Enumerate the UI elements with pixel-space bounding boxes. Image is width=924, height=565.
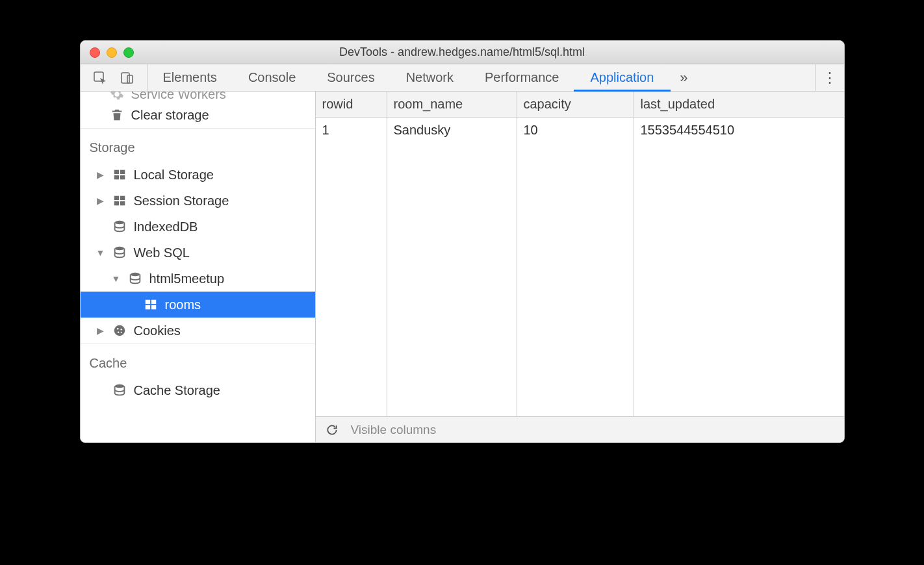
window-controls — [81, 47, 134, 58]
grid-icon — [143, 297, 159, 312]
svg-rect-1 — [122, 73, 129, 83]
svg-point-12 — [114, 247, 124, 251]
svg-rect-4 — [120, 170, 124, 174]
svg-point-20 — [120, 329, 122, 331]
sidebar-item-label: Cache Storage — [134, 383, 220, 398]
device-toolbar-icon[interactable] — [120, 70, 135, 86]
svg-point-23 — [114, 384, 124, 388]
gear-icon — [109, 92, 125, 102]
svg-rect-15 — [151, 300, 155, 304]
sidebar-item-label: Service Workers — [131, 92, 226, 102]
tab-application[interactable]: Application — [575, 64, 670, 91]
refresh-icon — [326, 423, 339, 436]
svg-point-19 — [116, 328, 118, 330]
settings-menu-button[interactable]: ⋮ — [815, 64, 844, 91]
db-icon — [112, 219, 127, 234]
close-window-button[interactable] — [90, 47, 100, 58]
cell-last-updated: 1553544554510 — [634, 118, 844, 143]
application-sidebar: Service Workers Clear storage Storage ▶ … — [81, 92, 316, 442]
devtools-tabs: Elements Console Sources Network Perform… — [81, 64, 844, 92]
column-header-capacity[interactable]: capacity — [517, 92, 634, 118]
sidebar-item-label: Cookies — [134, 323, 181, 338]
titlebar: DevTools - andrew.hedges.name/html5/sql.… — [81, 41, 844, 64]
minimize-window-button[interactable] — [107, 47, 117, 58]
sidebar-item-label: rooms — [165, 297, 201, 312]
chevron-right-icon: ▶ — [96, 325, 105, 336]
svg-rect-16 — [145, 305, 149, 309]
tab-sources[interactable]: Sources — [311, 64, 390, 91]
sidebar-item-web-sql[interactable]: ▼ Web SQL — [81, 240, 315, 266]
cell-room-name: Sandusky — [387, 118, 517, 143]
sidebar-item-label: html5meetup — [149, 271, 225, 286]
section-header-cache: Cache — [81, 344, 315, 377]
sidebar-item-label: IndexedDB — [134, 220, 198, 234]
chevron-down-icon: ▼ — [112, 273, 121, 284]
svg-point-18 — [114, 325, 125, 336]
svg-rect-9 — [114, 201, 118, 205]
sidebar-item-label: Session Storage — [134, 194, 229, 208]
tab-network[interactable]: Network — [391, 64, 469, 91]
svg-point-11 — [114, 221, 124, 225]
toolbar-left — [81, 64, 148, 91]
svg-rect-6 — [120, 175, 124, 179]
db-icon — [112, 245, 127, 260]
svg-point-22 — [120, 332, 122, 333]
sidebar-item-label: Local Storage — [134, 168, 214, 182]
sidebar-item-indexeddb[interactable]: IndexedDB — [81, 214, 315, 240]
svg-rect-17 — [151, 305, 155, 309]
db-icon — [127, 271, 143, 286]
sidebar-tree: Service Workers Clear storage Storage ▶ … — [81, 92, 315, 403]
devtools-body: Service Workers Clear storage Storage ▶ … — [81, 92, 844, 442]
sidebar-item-table-rooms[interactable]: rooms — [81, 292, 315, 318]
section-header-storage: Storage — [81, 128, 315, 162]
more-tabs-button[interactable]: » — [669, 64, 698, 91]
trash-icon — [109, 107, 125, 123]
visible-columns-input[interactable] — [348, 417, 844, 442]
sidebar-item-session-storage[interactable]: ▶ Session Storage — [81, 188, 315, 214]
maximize-window-button[interactable] — [123, 47, 134, 58]
sidebar-item-database-html5meetup[interactable]: ▼ html5meetup — [81, 266, 315, 292]
sidebar-item-local-storage[interactable]: ▶ Local Storage — [81, 162, 315, 188]
column-header-rowid[interactable]: rowid — [316, 92, 387, 118]
table-empty-space — [316, 143, 844, 416]
grid-icon — [112, 167, 127, 182]
table-footer — [316, 416, 844, 442]
svg-rect-5 — [114, 175, 118, 179]
table-header-row: rowid room_name capacity last_updated — [316, 92, 844, 118]
table-row[interactable]: 1 Sandusky 10 1553544554510 — [316, 118, 844, 143]
svg-rect-10 — [120, 201, 124, 205]
chevron-right-icon: ▶ — [96, 195, 105, 206]
svg-point-21 — [117, 331, 119, 333]
sidebar-item-label: Web SQL — [134, 245, 190, 260]
column-header-last-updated[interactable]: last_updated — [634, 92, 844, 118]
sidebar-item-cache-storage[interactable]: Cache Storage — [81, 377, 315, 403]
svg-rect-8 — [120, 196, 124, 200]
svg-rect-14 — [145, 300, 149, 304]
db-icon — [112, 383, 127, 398]
chevron-right-icon: ▶ — [96, 170, 105, 180]
refresh-button[interactable] — [316, 423, 348, 436]
tab-console[interactable]: Console — [233, 64, 311, 91]
cell-capacity: 10 — [517, 118, 634, 143]
devtools-window: DevTools - andrew.hedges.name/html5/sql.… — [80, 40, 845, 443]
cell-rowid: 1 — [316, 118, 387, 143]
chevron-down-icon: ▼ — [96, 247, 105, 258]
sidebar-item-clear-storage[interactable]: Clear storage — [81, 102, 315, 128]
svg-rect-3 — [114, 170, 118, 174]
svg-rect-7 — [114, 196, 118, 200]
svg-rect-2 — [127, 75, 133, 83]
grid-icon — [112, 193, 127, 208]
cookie-icon — [112, 323, 127, 338]
inspect-element-icon[interactable] — [92, 70, 108, 86]
sidebar-item-label: Clear storage — [131, 108, 209, 123]
tab-performance[interactable]: Performance — [469, 64, 575, 91]
svg-point-13 — [130, 273, 140, 277]
window-title: DevTools - andrew.hedges.name/html5/sql.… — [81, 45, 844, 59]
table-panel: rowid room_name capacity last_updated 1 … — [316, 92, 844, 442]
sidebar-item-cookies[interactable]: ▶ Cookies — [81, 318, 315, 344]
column-header-room-name[interactable]: room_name — [387, 92, 517, 118]
tab-elements[interactable]: Elements — [148, 64, 233, 91]
sidebar-item-service-workers[interactable]: Service Workers — [81, 92, 315, 102]
